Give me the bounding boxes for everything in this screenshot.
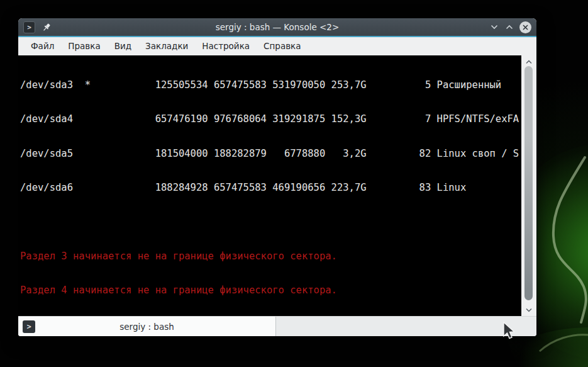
close-button[interactable] [519,21,531,33]
menubar: Файл Правка Вид Закладки Настройка Справ… [18,37,536,55]
scrollbar-down-arrow-icon[interactable] [521,305,536,314]
terminal-line: /dev/sda4 657476190 976768064 319291875 … [20,113,521,125]
terminal-line-error: Раздел 4 начинается не на границе физиче… [20,285,521,296]
menu-edit[interactable]: Правка [61,37,107,55]
maximize-button[interactable] [504,22,514,32]
pin-icon[interactable] [42,23,52,32]
tab-sergiy-bash[interactable]: sergiy : bash > [18,317,276,336]
scrollbar[interactable] [521,55,536,316]
terminal[interactable]: /dev/sda3 * 125505534 657475583 53197005… [18,55,536,316]
terminal-line: /dev/sda3 * 125505534 657475583 53197005… [20,79,521,91]
tab-label: sergiy : bash [18,322,275,332]
terminal-line [20,216,521,227]
konsole-window: > sergiy : bash — Konsole <2> [18,18,536,336]
minimize-button[interactable] [489,22,499,32]
scrollbar-thumb[interactable] [524,66,533,300]
terminal-output[interactable]: /dev/sda3 * 125505534 657475583 53197005… [18,55,521,316]
tab-terminal-icon: > [23,320,35,333]
terminal-line-error: Раздел 3 начинается не на границе физиче… [20,251,521,262]
menu-view[interactable]: Вид [108,37,138,55]
menu-file[interactable]: Файл [24,37,61,55]
mouse-pointer [502,322,516,341]
window-title: sergiy : bash — Konsole <2> [94,18,461,36]
wallpaper-gecko-curve [528,138,588,353]
scrollbar-up-arrow-icon[interactable] [521,57,536,66]
terminal-line: /dev/sda5 181504000 188282879 6778880 3,… [20,148,521,159]
terminal-line: /dev/sda6 188284928 657475583 469190656 … [20,182,521,193]
tab-bar: sergiy : bash > [18,316,536,336]
menu-help[interactable]: Справка [257,37,308,55]
konsole-app-icon[interactable]: > [23,21,35,33]
titlebar[interactable]: > sergiy : bash — Konsole <2> [18,18,536,36]
menu-bookmarks[interactable]: Закладки [138,37,195,55]
menu-settings[interactable]: Настройка [195,37,257,55]
